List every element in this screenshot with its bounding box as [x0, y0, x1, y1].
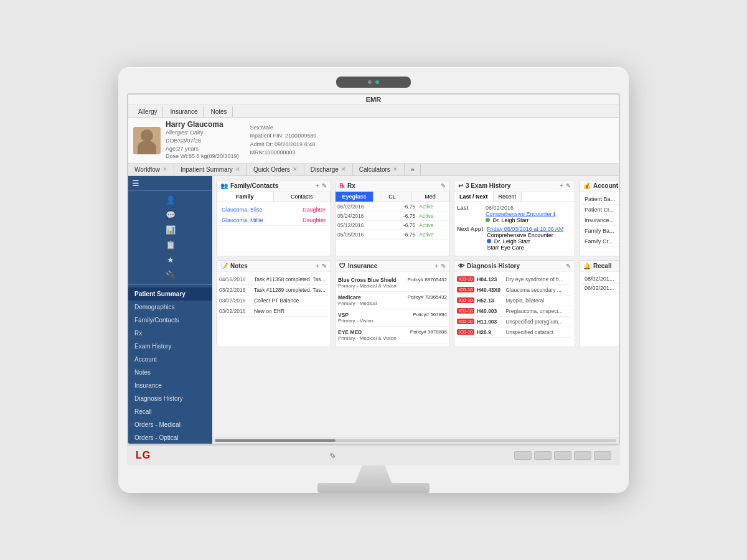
rx-row-1: 05/24/2016 -6.75 Active — [336, 211, 449, 220]
insurance-edit-icon[interactable]: ✎ — [441, 263, 446, 269]
sidebar-star-icon[interactable]: ★ — [162, 253, 179, 267]
sidebar-item-diagnosis-history[interactable]: Diagnosis History — [128, 392, 212, 405]
nav-tab-workflow[interactable]: Workflow ✕ — [128, 164, 174, 175]
recall-row-1: 06/02/201... — [582, 284, 619, 293]
nav-tab-inpatient[interactable]: Inpatient Summary ✕ — [174, 164, 247, 175]
close-inpatient-icon[interactable]: ✕ — [235, 166, 240, 172]
nav-tab-quickorders[interactable]: Quick Orders ✕ — [247, 164, 304, 175]
widget-notes-title: 📝 Notes — [220, 263, 248, 269]
sidebar-item-family-contacts[interactable]: Family/Contacts — [128, 314, 212, 327]
diag-desc-5: Unspecified cataract — [505, 329, 572, 335]
sidebar-clipboard-icon[interactable]: 📋 — [162, 238, 179, 252]
family-name-0[interactable]: Glaucoma, Elise — [222, 207, 263, 213]
monitor-stand — [127, 465, 620, 493]
family-name-1[interactable]: Glaucoma, Millie — [222, 217, 263, 223]
scrollbar-thumb[interactable] — [215, 439, 336, 442]
rx-status-0: Active — [417, 202, 449, 212]
nav-tab-calculators[interactable]: Calculators ✕ — [353, 164, 405, 175]
monitor-btn-2[interactable] — [534, 451, 552, 460]
widget-notes-header: 📝 Notes + ✎ — [217, 261, 331, 272]
sidebar-item-rx[interactable]: Rx — [128, 327, 212, 340]
family-edit-icon[interactable]: ✎ — [322, 182, 327, 189]
shortcut-tab-insurance[interactable]: Insurance — [166, 106, 204, 117]
widget-rx-title: ℞ Rx — [339, 182, 355, 189]
monitor-btn-5[interactable] — [594, 451, 611, 460]
widget-exam-actions: + ✎ — [560, 182, 571, 189]
sidebar-plug-icon[interactable]: 🔌 — [162, 268, 179, 282]
exam-subtab-lastnext[interactable]: Last / Next — [454, 192, 494, 202]
nav-tab-discharge[interactable]: Discharge ✕ — [304, 164, 353, 175]
rx-edit-icon[interactable]: ✎ — [441, 182, 446, 189]
close-calculators-icon[interactable]: ✕ — [393, 166, 398, 172]
family-relation-0: Daughter — [303, 207, 326, 213]
diag-code-1: H40.43X0 — [477, 287, 503, 293]
exam-edit-icon[interactable]: ✎ — [566, 182, 571, 189]
widget-insurance: 🛡 Insurance + ✎ — [335, 260, 450, 347]
rx-status-3: Active — [417, 230, 449, 239]
widget-recall-title: 🔔 Recall — [583, 263, 611, 269]
sidebar-item-insurance[interactable]: Insurance — [128, 379, 212, 392]
shortcut-tab-notes[interactable]: Notes — [206, 106, 233, 117]
exam-subtabs: Last / Next Recent — [454, 192, 575, 202]
patient-name: Harry Glaucoma — [166, 120, 239, 129]
monitor-btn-4[interactable] — [574, 451, 591, 460]
insurance-row-0: Blue Cross Blue Shield Primary - Medical… — [338, 274, 447, 292]
family-tab-family[interactable]: Family — [217, 192, 274, 202]
diagnosis-edit-icon[interactable]: ✎ — [566, 263, 571, 269]
exam-last-link[interactable]: Comprehensive Encounter ℹ — [486, 211, 555, 217]
widget-insurance-title: 🛡 Insurance — [339, 263, 377, 269]
notes-text-2: Collect PT Balance — [254, 297, 328, 304]
sidebar-person-icon[interactable]: 👤 — [162, 194, 179, 207]
monitor-btn-3[interactable] — [554, 451, 571, 460]
family-row-0: Glaucoma, Elise Daughter — [219, 205, 328, 215]
family-tab-contacts[interactable]: Contacts — [274, 192, 331, 202]
ins-left-3: EYE MED Primary - Medical & Vision — [338, 329, 397, 341]
sidebar-item-exam-history[interactable]: Exam History — [128, 340, 212, 353]
exam-subtab-recent[interactable]: Recent — [494, 192, 522, 202]
diag-code-0: H04.123 — [477, 276, 503, 282]
sidebar-item-account[interactable]: Account — [128, 353, 212, 366]
diag-row-3: ICD-10 H40.003 Preglaucoma, unspeci... — [457, 306, 572, 317]
horizontal-scrollbar[interactable] — [212, 437, 619, 444]
sidebar-item-patient-summary[interactable]: Patient Summary — [128, 287, 212, 301]
svg-point-0 — [331, 454, 334, 457]
close-quickorders-icon[interactable]: ✕ — [293, 166, 298, 172]
sidebar-item-demographics[interactable]: Demographics — [128, 301, 212, 314]
insurance-add-icon[interactable]: + — [435, 263, 438, 269]
sidebar-item-notes[interactable]: Notes — [128, 366, 212, 379]
notes-edit-icon[interactable]: ✎ — [322, 263, 327, 269]
sidebar-item-recall[interactable]: Recall — [128, 405, 212, 418]
main-layout: ☰ 👤 💬 📊 📋 ★ 🔌 Patient Summary Demographi… — [128, 176, 619, 444]
sidebar-chart-icon[interactable]: 📊 — [162, 223, 179, 237]
rx-tabs: Eyeglass CL Med — [336, 192, 449, 202]
sidebar-chat-icon[interactable]: 💬 — [162, 208, 179, 222]
shortcut-tab-allergy[interactable]: Allergy — [133, 106, 163, 117]
sidebar-item-orders-optical[interactable]: Orders - Optical — [128, 431, 212, 444]
nav-tab-more[interactable]: » — [405, 164, 421, 175]
family-add-icon[interactable]: + — [316, 182, 319, 189]
monitor-btn-1[interactable] — [514, 451, 532, 460]
notes-add-icon[interactable]: + — [316, 263, 319, 269]
close-workflow-icon[interactable]: ✕ — [162, 166, 167, 172]
patient-sex: Sex:Male — [250, 124, 317, 133]
sidebar-item-orders-medical[interactable]: Orders - Medical — [128, 418, 212, 431]
sidebar-hamburger-icon[interactable]: ☰ — [132, 179, 139, 188]
diag-row-2: ICD-10 H52.13 Myopia, bilateral — [457, 296, 572, 306]
exam-next-link[interactable]: Friday 06/03/2016 at 10:00 AM — [487, 226, 563, 232]
widget-recall-header: 🔔 Recall — [580, 261, 619, 272]
ins-left-2: VSP Primary - Vision — [338, 312, 373, 324]
notes-row-2: 03/02/2016 Collect PT Balance — [219, 296, 328, 306]
rx-tab-eyeglass[interactable]: Eyeglass — [336, 192, 374, 202]
exam-add-icon[interactable]: + — [560, 182, 563, 189]
close-discharge-icon[interactable]: ✕ — [341, 166, 346, 172]
patient-age: Age:27 years — [166, 145, 239, 153]
rx-value-3: -6.75 — [389, 230, 417, 239]
monitor-buttons — [514, 451, 611, 460]
account-row-3: Family Ba... — [582, 226, 619, 236]
rx-date-3: 05/05/2016 — [336, 230, 389, 239]
shortcut-tabs-bar: Allergy Insurance Notes — [128, 105, 619, 118]
rx-tab-cl[interactable]: CL — [374, 192, 411, 202]
family-relation-1: Daughter — [303, 217, 326, 223]
widget-rx-header: ℞ Rx ✎ — [336, 180, 449, 192]
rx-tab-med[interactable]: Med — [411, 192, 449, 202]
